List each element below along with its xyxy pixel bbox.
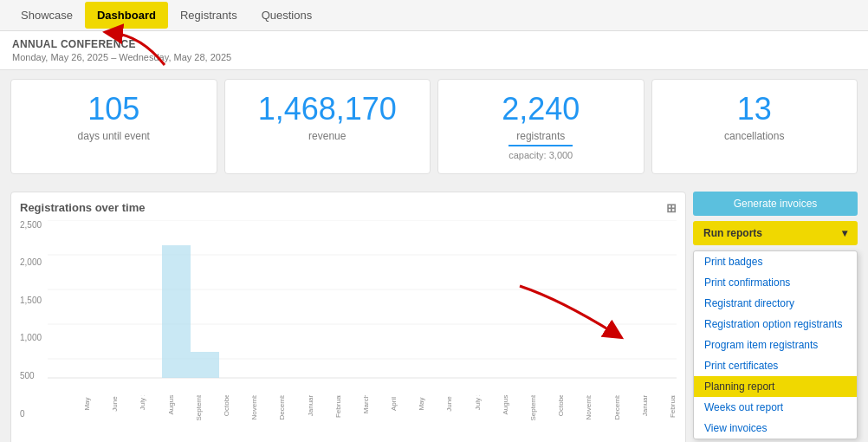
chart-section: Registrations over time ⊞ 2,500 2,000 1,… [10,192,686,442]
x-label-feb25: February 2025 [669,395,677,403]
event-title: ANNUAL CONFERENCE [12,38,856,50]
stat-cancellations-value: 13 [661,92,849,127]
top-nav: Showcase Dashboard Registrants Questions [0,0,868,31]
stat-registrants-value: 2,240 [447,92,635,127]
chart-wrapper: 2,500 2,000 1,500 1,000 500 0 [20,220,677,434]
stat-revenue-value: 1,468,170 [234,92,422,127]
x-axis-labels: May 2023 June 2023 July 2023 August 2023… [48,395,677,434]
menu-item-print-certificates[interactable]: Print certificates [694,355,857,376]
main-content: Registrations over time ⊞ 2,500 2,000 1,… [0,183,868,442]
chart-title-bar: Registrations over time ⊞ [20,201,677,215]
stat-cancellations-label: cancellations [661,130,849,142]
y-label-1000: 1,000 [20,333,42,342]
menu-item-planning-report[interactable]: Planning report [694,376,857,397]
right-panel: Generate invoices Run reports ▾ Print ba… [693,192,858,442]
generate-invoices-button[interactable]: Generate invoices [693,192,858,216]
tab-showcase[interactable]: Showcase [9,2,85,29]
event-header: ANNUAL CONFERENCE Monday, May 26, 2025 –… [0,31,868,70]
y-label-2500: 2,500 [20,220,42,230]
menu-item-weeks-out-report[interactable]: Weeks out report [694,397,857,418]
stat-capacity: capacity: 3,000 [508,145,573,160]
menu-item-view-invoices[interactable]: View invoices [694,418,857,439]
menu-item-print-badges[interactable]: Print badges [694,251,857,272]
chart-title-text: Registrations over time [20,201,146,214]
tab-registrants[interactable]: Registrants [168,2,249,29]
y-label-1500: 1,500 [20,296,42,305]
y-axis-labels: 2,500 2,000 1,500 1,000 500 0 [20,220,42,434]
y-label-2000: 2,000 [20,257,42,267]
stat-revenue-label: revenue [234,130,422,142]
run-reports-button[interactable]: Run reports ▾ [693,221,858,245]
stats-row: 105 days until event 1,468,170 revenue 2… [0,70,868,183]
stat-days-value: 105 [20,92,208,127]
stat-days: 105 days until event [10,79,217,174]
svg-marker-7 [191,352,219,378]
svg-marker-6 [162,245,191,378]
run-reports-label: Run reports [703,227,762,239]
menu-item-program-item-registrants[interactable]: Program item registrants [694,335,857,355]
chart-svg [48,220,677,393]
stat-registrants-label: registrants [447,130,635,142]
tab-dashboard[interactable]: Dashboard [85,2,168,29]
stat-registrants: 2,240 registrants capacity: 3,000 [437,79,645,174]
calendar-icon[interactable]: ⊞ [666,201,677,215]
chart-container [48,220,677,393]
menu-item-print-confirmations[interactable]: Print confirmations [694,272,857,293]
reports-dropdown-menu: Print badges Print confirmations Registr… [693,250,858,439]
tab-questions[interactable]: Questions [249,2,325,29]
event-dates: Monday, May 26, 2025 – Wednesday, May 28… [12,52,856,62]
y-label-500: 500 [20,371,42,380]
menu-item-registration-option-registrants[interactable]: Registration option registrants [694,314,857,335]
stat-revenue: 1,468,170 revenue [224,79,431,174]
menu-item-registrant-directory[interactable]: Registrant directory [694,293,857,314]
page-wrapper: Showcase Dashboard Registrants Questions… [0,0,868,442]
stat-cancellations: 13 cancellations [651,79,858,174]
stat-days-label: days until event [20,130,208,142]
run-reports-arrow: ▾ [842,227,847,239]
y-label-0: 0 [20,409,42,419]
